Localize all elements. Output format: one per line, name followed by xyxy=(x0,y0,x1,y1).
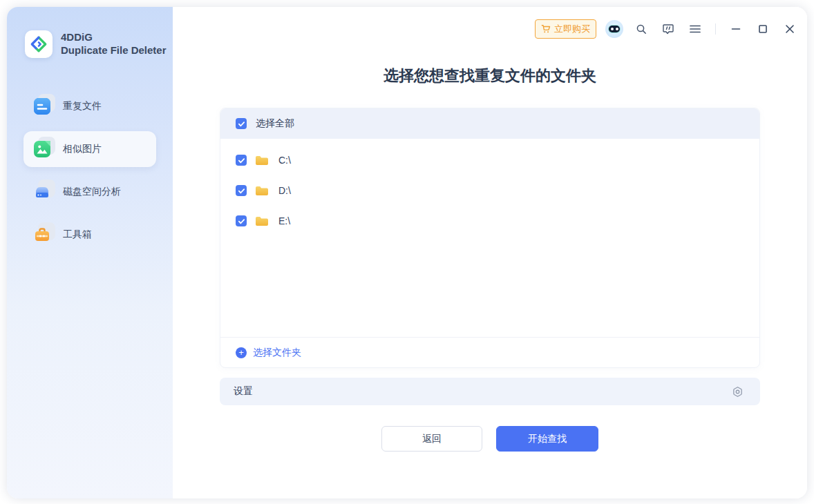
sidebar-item-toolbox[interactable]: 工具箱 xyxy=(23,217,156,253)
buy-now-button[interactable]: 立即购买 xyxy=(535,19,596,39)
drive-list: C:\ D:\ xyxy=(220,139,759,337)
toolbox-icon xyxy=(33,226,51,244)
sidebar: 4DDiG Duplicate File Deleter 重复文件 xyxy=(7,7,173,498)
page-title: 选择您想查找重复文件的文件夹 xyxy=(173,66,807,86)
close-icon[interactable] xyxy=(781,20,799,38)
similar-image-icon xyxy=(33,140,51,158)
titlebar: 立即购买 xyxy=(173,7,807,51)
duplicate-file-icon xyxy=(33,97,51,115)
sidebar-menu: 重复文件 相似图片 xyxy=(7,88,173,253)
robot-assistant-icon[interactable] xyxy=(605,20,623,38)
back-button[interactable]: 返回 xyxy=(381,426,482,452)
sidebar-item-similar-images[interactable]: 相似图片 xyxy=(23,131,156,167)
drive-label: D:\ xyxy=(278,185,291,196)
settings-label: 设置 xyxy=(234,385,253,398)
drive-label: C:\ xyxy=(278,155,291,166)
disk-analysis-icon xyxy=(33,183,51,201)
sidebar-item-label: 工具箱 xyxy=(63,229,92,241)
app-title: 4DDiG Duplicate File Deleter xyxy=(61,31,167,57)
titlebar-separator xyxy=(715,23,716,35)
select-all-checkbox[interactable] xyxy=(236,118,247,129)
menu-icon[interactable] xyxy=(686,20,704,38)
plus-icon: + xyxy=(236,347,247,358)
folder-selection-panel: 选择全部 C:\ xyxy=(220,108,760,368)
app-window: 4DDiG Duplicate File Deleter 重复文件 xyxy=(7,7,807,498)
sidebar-item-duplicate-files[interactable]: 重复文件 xyxy=(23,88,156,124)
drive-row-e[interactable]: E:\ xyxy=(220,206,759,236)
feedback-icon[interactable] xyxy=(659,20,677,38)
drive-checkbox[interactable] xyxy=(236,155,247,166)
add-folder-button[interactable]: + 选择文件夹 xyxy=(220,337,759,367)
start-search-button[interactable]: 开始查找 xyxy=(496,426,598,452)
cart-icon xyxy=(541,24,551,34)
minimize-icon[interactable] xyxy=(727,20,745,38)
folder-icon xyxy=(255,215,269,227)
drive-label: E:\ xyxy=(278,215,290,226)
settings-bar[interactable]: 设置 xyxy=(220,378,760,405)
search-icon[interactable] xyxy=(632,20,650,38)
folder-icon xyxy=(255,185,269,197)
drive-row-d[interactable]: D:\ xyxy=(220,175,759,206)
drive-checkbox[interactable] xyxy=(236,185,247,196)
sidebar-item-disk-analysis[interactable]: 磁盘空间分析 xyxy=(23,174,156,210)
action-buttons: 返回 开始查找 xyxy=(173,426,807,452)
sidebar-item-label: 相似图片 xyxy=(63,143,102,155)
select-all-row: 选择全部 xyxy=(220,108,759,139)
drive-row-c[interactable]: C:\ xyxy=(220,145,759,175)
drive-checkbox[interactable] xyxy=(236,215,247,226)
app-logo: 4DDiG Duplicate File Deleter xyxy=(7,7,173,58)
main-area: 立即购买 xyxy=(173,7,807,498)
add-folder-label: 选择文件夹 xyxy=(253,347,301,359)
gear-icon[interactable] xyxy=(728,382,746,400)
select-all-label: 选择全部 xyxy=(256,117,294,130)
folder-icon xyxy=(255,155,269,166)
sidebar-item-label: 重复文件 xyxy=(63,100,102,113)
buy-now-label: 立即购买 xyxy=(554,23,590,35)
logo-diamond-icon xyxy=(25,30,53,58)
maximize-icon[interactable] xyxy=(754,20,772,38)
sidebar-item-label: 磁盘空间分析 xyxy=(63,186,121,198)
